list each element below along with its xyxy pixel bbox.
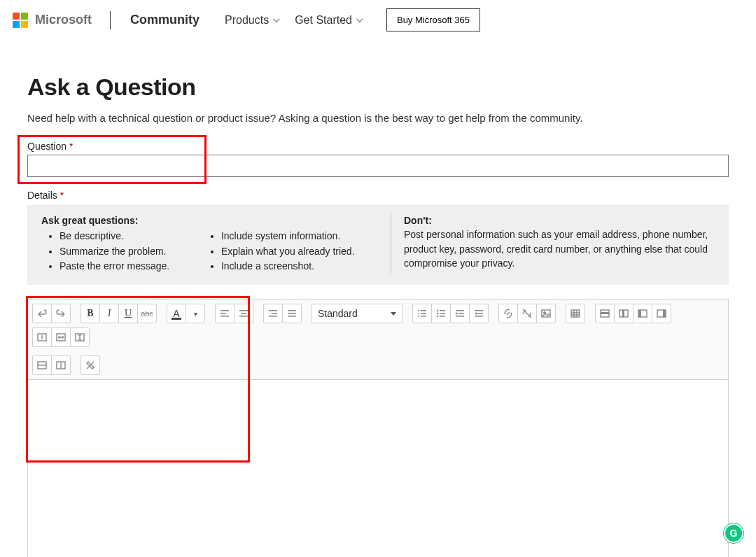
paragraph-style-value: Standard (318, 308, 358, 319)
question-input[interactable] (27, 155, 729, 177)
svg-rect-3 (21, 21, 28, 28)
table-delete-col-button[interactable] (51, 355, 71, 375)
tips-dont-heading: Don't: (404, 215, 432, 226)
chevron-down-icon (273, 15, 280, 22)
grammarly-badge[interactable]: G (724, 523, 743, 543)
svg-rect-6 (220, 316, 229, 317)
dropdown-caret-icon (391, 312, 396, 316)
svg-rect-40 (622, 310, 624, 317)
align-right-button[interactable] (263, 304, 283, 323)
nav-link-get-started[interactable]: Get Started (286, 10, 370, 31)
svg-rect-21 (418, 316, 419, 317)
table-cell-right-icon (656, 308, 667, 319)
svg-rect-7 (239, 310, 248, 311)
tips-do-list-a: Be descriptive. Summarize the problem. P… (41, 229, 203, 273)
font-color-dropdown[interactable]: ▾ (186, 304, 205, 323)
page-subtitle: Need help with a technical question or p… (27, 112, 729, 124)
bold-button[interactable]: B (80, 304, 100, 323)
header-divider (110, 11, 111, 29)
strikethrough-button[interactable]: abc (137, 304, 157, 323)
svg-point-23 (437, 313, 439, 315)
nav-community-label: Community (130, 13, 200, 27)
unlink-button[interactable] (517, 304, 537, 323)
list-item: Include a screenshot. (221, 259, 378, 273)
paragraph-style-dropdown[interactable]: Standard (312, 304, 402, 323)
table-row-button[interactable] (595, 304, 615, 323)
link-button[interactable] (498, 304, 518, 323)
align-left-button[interactable] (215, 304, 234, 323)
tips-divider (391, 213, 391, 274)
merge-cells-icon (36, 332, 48, 343)
svg-rect-15 (288, 316, 296, 317)
unordered-list-button[interactable] (431, 304, 451, 323)
table-cell-left-button[interactable] (633, 304, 652, 323)
svg-rect-9 (239, 316, 248, 317)
svg-rect-1 (21, 13, 28, 20)
unordered-list-icon (435, 308, 447, 319)
image-icon (540, 308, 552, 319)
table-col-button[interactable] (614, 304, 634, 323)
italic-button[interactable]: I (99, 304, 119, 323)
dropdown-caret-icon: ▾ (194, 310, 197, 318)
nav-link-products[interactable]: Products (216, 10, 286, 31)
question-label-text: Question (27, 141, 66, 152)
svg-point-22 (437, 310, 439, 312)
font-color-button[interactable]: A (167, 304, 186, 323)
svg-rect-32 (477, 313, 483, 314)
redo-button[interactable] (51, 304, 71, 323)
split-cell-h-icon (55, 332, 66, 343)
details-editor[interactable] (27, 380, 729, 557)
clear-icon (85, 360, 96, 371)
svg-rect-38 (601, 312, 609, 314)
table-delete-row-button[interactable] (32, 355, 52, 375)
nav-getstarted-label: Get Started (295, 14, 352, 27)
split-cell-h-button[interactable] (51, 327, 71, 347)
unlink-icon (522, 308, 533, 319)
image-button[interactable] (536, 304, 556, 323)
details-label: Details * (27, 190, 729, 201)
underline-button[interactable]: U (118, 304, 138, 323)
microsoft-logo[interactable] (6, 13, 35, 28)
undo-icon (36, 308, 48, 319)
align-center-button[interactable] (234, 304, 253, 323)
svg-rect-33 (475, 316, 483, 317)
ordered-list-button[interactable] (412, 304, 432, 323)
align-right-icon (267, 308, 279, 319)
list-item: Explain what you already tried. (221, 244, 378, 258)
tips-do-column: Ask great questions: Be descriptive. Sum… (41, 213, 378, 274)
page-content: Ask a Question Need help with a technica… (24, 73, 732, 557)
insert-table-button[interactable] (566, 304, 585, 323)
chevron-down-icon (356, 15, 363, 22)
svg-rect-17 (421, 313, 426, 314)
page-title: Ask a Question (27, 73, 729, 101)
split-cell-v-button[interactable] (70, 327, 90, 347)
align-justify-button[interactable] (282, 304, 302, 323)
svg-rect-12 (269, 316, 277, 317)
ordered-list-icon (416, 308, 428, 319)
nav-products-label: Products (225, 14, 269, 27)
table-cell-right-button[interactable] (652, 304, 671, 323)
indent-button[interactable] (450, 304, 470, 323)
clear-formatting-button[interactable] (80, 355, 100, 375)
buy-m365-button[interactable]: Buy Microsoft 365 (386, 8, 480, 31)
svg-rect-25 (440, 310, 445, 311)
svg-rect-26 (440, 313, 445, 314)
redo-icon (55, 308, 66, 319)
nav-link-community[interactable]: Community (122, 8, 208, 31)
svg-rect-16 (421, 310, 426, 311)
svg-rect-42 (638, 310, 641, 317)
merge-cells-button[interactable] (32, 327, 52, 347)
details-label-text: Details (27, 190, 57, 201)
required-indicator: * (69, 141, 73, 152)
undo-button[interactable] (32, 304, 52, 323)
list-item: Be descriptive. (59, 229, 203, 243)
microsoft-wordmark[interactable]: Microsoft (35, 13, 92, 27)
table-col-icon (618, 308, 629, 319)
svg-rect-14 (288, 313, 296, 314)
svg-rect-20 (418, 313, 419, 314)
required-indicator: * (60, 190, 64, 201)
svg-rect-2 (13, 21, 20, 28)
question-field-group: Question * (27, 141, 729, 177)
tips-do-list-b: Include system information. Explain what… (203, 229, 378, 273)
outdent-button[interactable] (469, 304, 489, 323)
